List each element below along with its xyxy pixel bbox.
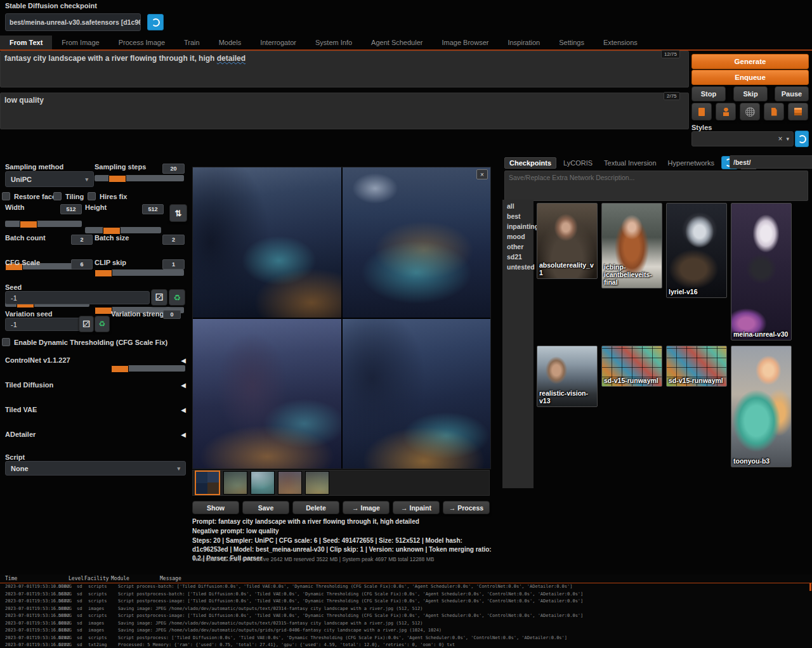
- category-sd21[interactable]: sd21: [502, 252, 534, 262]
- category-mood[interactable]: mood: [502, 231, 534, 242]
- dynamic-thresholding-checkbox-row[interactable]: Enable Dynamic Thresholding (CFG Scale F…: [2, 338, 167, 346]
- clip-skip-value[interactable]: 1: [162, 259, 185, 269]
- thumbnail-4[interactable]: [305, 471, 329, 495]
- tiling-checkbox-row[interactable]: Tiling: [53, 192, 84, 200]
- sampling-steps-slider[interactable]: [95, 175, 184, 181]
- network-description-input[interactable]: Save/Replace Extra Network Description..…: [504, 171, 808, 201]
- positive-prompt-input[interactable]: fantasy city landscape with a river flow…: [0, 51, 689, 87]
- extra-networks-button[interactable]: [740, 103, 760, 120]
- tab-from-image[interactable]: From Image: [52, 36, 108, 49]
- save-style-button[interactable]: [788, 103, 808, 120]
- restore-faces-checkbox-row[interactable]: Restore faces: [2, 192, 60, 200]
- result-image-1[interactable]: [193, 167, 341, 318]
- pause-button[interactable]: Pause: [775, 86, 809, 101]
- reuse-variation-seed-button[interactable]: ♻: [95, 316, 110, 332]
- apply-style-button[interactable]: [716, 103, 736, 120]
- sampling-method-dropdown[interactable]: UniPC ▾: [5, 171, 94, 187]
- checkbox-icon[interactable]: [2, 338, 10, 346]
- thumbnail-2[interactable]: [251, 471, 275, 495]
- sampling-steps-value[interactable]: 20: [162, 164, 185, 174]
- delete-button[interactable]: Delete: [292, 501, 339, 514]
- thumbnail-3[interactable]: [278, 471, 302, 495]
- category-untested[interactable]: untested: [502, 262, 534, 272]
- negative-prompt-input[interactable]: low quality: [0, 93, 689, 129]
- model-card[interactable]: sd-v15-runwayml: [601, 346, 662, 387]
- stop-button[interactable]: Stop: [691, 86, 726, 101]
- tab-inspiration[interactable]: Inspiration: [498, 36, 549, 49]
- model-card[interactable]: sd-v15-runwayml: [666, 346, 727, 387]
- hires-fix-checkbox-row[interactable]: Hires fix: [88, 192, 127, 200]
- tab-train[interactable]: Train: [174, 36, 209, 49]
- model-card[interactable]: absolutereality_v1: [537, 203, 598, 279]
- reuse-seed-button[interactable]: ♻: [169, 289, 185, 306]
- clear-icon[interactable]: ×: [778, 134, 782, 143]
- accordion-tiled-diffusion[interactable]: Tiled Diffusion ◀: [5, 381, 186, 389]
- model-card[interactable]: icbinp-icantbelieveits-final: [601, 203, 662, 288]
- model-card[interactable]: lyriel-v16: [666, 203, 727, 298]
- model-card[interactable]: toonyou-b3: [731, 346, 792, 467]
- enqueue-button[interactable]: Enqueue: [691, 70, 809, 85]
- thumbnail-1[interactable]: [223, 471, 247, 495]
- batch-size-value[interactable]: 2: [162, 235, 185, 245]
- height-value[interactable]: 512: [142, 204, 164, 214]
- tab-lycoris[interactable]: LyCORIS: [559, 158, 597, 168]
- width-value[interactable]: 512: [60, 204, 82, 214]
- width-slider[interactable]: [5, 221, 82, 227]
- prompt-file-button[interactable]: [764, 103, 784, 120]
- tab-models[interactable]: Models: [209, 36, 251, 49]
- category-inpainting[interactable]: inpainting: [502, 221, 534, 231]
- show-button[interactable]: Show: [192, 501, 239, 514]
- seed-input[interactable]: -1: [5, 291, 150, 304]
- random-variation-seed-button[interactable]: ⚂: [79, 316, 94, 332]
- skip-button[interactable]: Skip: [733, 86, 768, 101]
- send-to-image-button[interactable]: → Image: [343, 501, 390, 514]
- height-slider[interactable]: [85, 227, 161, 233]
- category-other[interactable]: other: [502, 242, 534, 252]
- tab-checkpoints[interactable]: Checkpoints: [504, 157, 556, 169]
- tab-process-image[interactable]: Process Image: [109, 36, 174, 49]
- tab-hypernetworks[interactable]: Hypernetworks: [664, 158, 719, 168]
- thumbnail-grid[interactable]: [195, 470, 220, 495]
- send-to-process-button[interactable]: → Process: [443, 501, 490, 514]
- result-image-3[interactable]: [193, 319, 341, 469]
- swap-dimensions-button[interactable]: ⇅: [169, 204, 187, 222]
- networks-search-input[interactable]: [730, 155, 812, 169]
- result-image-4[interactable]: [343, 319, 491, 469]
- tab-system-info[interactable]: System Info: [306, 36, 362, 49]
- tab-image-browser[interactable]: Image Browser: [432, 36, 498, 49]
- cfg-scale-value[interactable]: 6: [71, 259, 93, 269]
- random-seed-button[interactable]: ⚂: [151, 289, 167, 306]
- model-card[interactable]: meina-unreal-v30: [731, 203, 792, 340]
- category-all[interactable]: all: [502, 201, 534, 211]
- model-card[interactable]: realistic-vision-v13: [537, 346, 598, 407]
- tab-from-text[interactable]: From Text: [0, 36, 52, 49]
- result-image-2[interactable]: [343, 167, 491, 318]
- generate-button[interactable]: Generate: [691, 54, 809, 69]
- close-icon[interactable]: ×: [476, 169, 488, 179]
- accordion-controlnet[interactable]: ControlNet v1.1.227 ◀: [5, 356, 186, 364]
- tab-interrogator[interactable]: Interrogator: [251, 36, 306, 49]
- save-button[interactable]: Save: [242, 501, 289, 514]
- log-scrollbar[interactable]: [809, 583, 811, 591]
- accordion-adetailer[interactable]: ADetailer ◀: [5, 431, 186, 438]
- paste-params-button[interactable]: [691, 103, 712, 120]
- tab-textual-inversion[interactable]: Textual Inversion: [599, 158, 661, 168]
- tab-extensions[interactable]: Extensions: [594, 36, 647, 49]
- styles-dropdown[interactable]: × ▾: [691, 131, 794, 146]
- batch-size-slider[interactable]: [95, 269, 184, 276]
- batch-count-value[interactable]: 2: [71, 235, 93, 245]
- variation-seed-input[interactable]: -1: [5, 318, 85, 331]
- accordion-tiled-vae[interactable]: Tiled VAE ◀: [5, 406, 186, 413]
- styles-refresh-button[interactable]: [795, 131, 809, 147]
- checkpoint-dropdown[interactable]: best/meina-unreal-v30.safetensors [d1c96…: [5, 13, 141, 31]
- tab-settings[interactable]: Settings: [549, 36, 594, 49]
- checkbox-icon[interactable]: [2, 192, 10, 200]
- script-dropdown[interactable]: None ▾: [5, 461, 186, 476]
- variation-strength-slider[interactable]: [111, 365, 185, 372]
- tab-agent-scheduler[interactable]: Agent Scheduler: [362, 36, 432, 49]
- send-to-inpaint-button[interactable]: → Inpaint: [393, 501, 440, 514]
- variation-strength-value[interactable]: 0: [163, 310, 181, 319]
- checkbox-icon[interactable]: [53, 192, 62, 200]
- checkbox-icon[interactable]: [88, 192, 96, 200]
- category-best[interactable]: best: [502, 211, 534, 221]
